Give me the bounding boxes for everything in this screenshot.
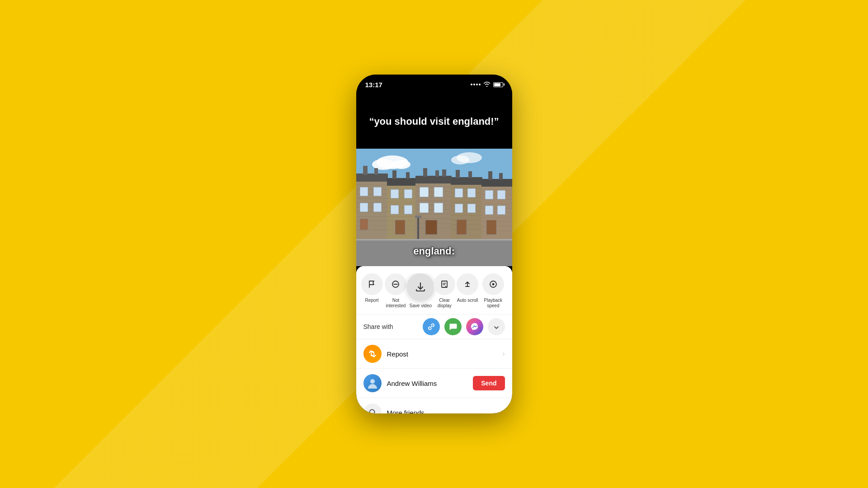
svg-rect-66 [425,220,437,235]
svg-rect-80 [468,171,472,178]
playback-speed-label: Playback speed [479,298,507,309]
svg-rect-20 [356,174,388,182]
send-button[interactable]: Send [473,376,505,390]
playback-speed-btn[interactable] [482,273,504,295]
svg-point-3 [392,160,410,169]
svg-rect-106 [415,216,421,218]
more-friends-icon [363,404,382,413]
repost-row[interactable]: Repost › [356,339,512,368]
battery-icon [493,82,503,87]
action-item-report[interactable]: Report [361,273,383,303]
phone-frame: 13:17 [356,75,512,413]
signal-dot-3 [476,84,478,85]
svg-rect-81 [455,188,463,197]
action-item-save-video[interactable]: Save video [408,273,433,309]
video-subtitle: england: [413,245,455,257]
svg-rect-65 [434,203,443,213]
svg-rect-83 [455,204,463,213]
status-time: 13:17 [365,81,382,89]
repost-icon [363,345,382,363]
clear-display-btn[interactable] [434,273,455,295]
svg-rect-59 [423,168,427,177]
video-area[interactable]: “you should visit england!” [356,94,512,266]
battery-fill [494,83,500,86]
svg-rect-22 [374,168,378,175]
svg-rect-97 [481,179,512,187]
svg-rect-40 [392,170,396,179]
repost-chevron: › [502,350,505,358]
andrew-williams-row[interactable]: Andrew Williams Send [356,368,512,398]
not-interested-btn[interactable] [385,273,406,295]
svg-rect-79 [456,170,460,178]
repost-label: Repost [387,350,503,358]
svg-rect-23 [360,187,368,196]
svg-rect-21 [363,166,368,175]
svg-rect-78 [451,177,482,185]
report-label: Report [365,298,378,303]
svg-rect-110 [442,281,447,287]
share-message-btn[interactable] [444,318,462,335]
signal-dot-1 [471,84,472,85]
svg-rect-102 [485,206,493,215]
svg-rect-61 [442,169,446,177]
more-friends-label: More friends [387,409,503,414]
svg-point-115 [492,283,494,286]
status-icons [471,81,503,88]
andrew-williams-avatar [363,374,382,392]
svg-rect-27 [360,219,368,230]
not-interested-label: Not interested [383,298,409,309]
svg-rect-85 [457,220,467,235]
action-item-playback-speed[interactable]: Playback speed [479,273,507,309]
svg-rect-100 [485,190,493,199]
share-label: Share with [363,323,423,330]
svg-point-116 [370,379,375,384]
svg-rect-42 [391,189,399,198]
share-more-btn[interactable] [488,318,505,335]
share-icons [423,318,505,335]
action-item-auto-scroll[interactable]: Auto scroll [456,273,479,303]
svg-rect-39 [387,178,416,186]
svg-rect-82 [467,188,476,197]
svg-rect-45 [404,205,412,214]
svg-rect-62 [420,187,429,197]
svg-rect-43 [404,189,412,198]
signal-dot-4 [479,84,481,85]
more-friends-row[interactable]: More friends › [356,398,512,413]
svg-point-5 [451,155,469,164]
svg-rect-58 [415,176,452,183]
svg-rect-103 [497,206,505,215]
svg-rect-107 [356,240,512,241]
action-row: Report Not interested [356,273,512,314]
video-black-top: “you should visit england!” [356,94,512,149]
svg-rect-60 [435,170,439,177]
more-friends-chevron: › [502,408,505,413]
svg-rect-25 [360,203,368,212]
video-caption: “you should visit england!” [369,115,499,128]
svg-rect-84 [467,204,476,213]
andrew-williams-label: Andrew Williams [387,380,473,387]
share-messenger-btn[interactable] [466,318,483,335]
svg-rect-24 [373,187,382,196]
save-video-label: Save video [410,303,432,309]
auto-scroll-btn[interactable] [457,273,478,295]
svg-point-117 [369,410,374,414]
share-link-btn[interactable] [423,318,440,335]
svg-rect-104 [486,220,496,235]
svg-rect-98 [488,171,492,180]
svg-rect-64 [420,203,429,213]
svg-rect-101 [497,190,505,199]
clear-display-label: Clear display [433,298,456,309]
share-row: Share with [356,314,512,339]
subtitle-overlay: england: [356,245,512,257]
action-item-clear-display[interactable]: Clear display [433,273,456,309]
action-item-not-interested[interactable]: Not interested [383,273,409,309]
svg-rect-46 [395,220,405,235]
phone-content: 13:17 [356,75,512,413]
signal-dot-2 [473,84,475,85]
report-btn[interactable] [361,273,383,295]
bottom-sheet: Report Not interested [356,266,512,413]
save-video-btn[interactable] [407,273,434,300]
svg-rect-63 [434,187,443,197]
svg-rect-26 [373,203,382,212]
video-image: england: [356,149,512,266]
